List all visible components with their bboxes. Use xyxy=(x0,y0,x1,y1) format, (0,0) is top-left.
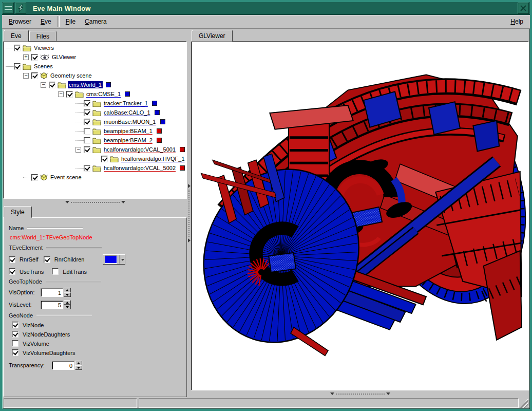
tree-item-label[interactable]: Scenes xyxy=(33,63,54,70)
vislevel-spinner[interactable] xyxy=(64,300,71,309)
tree-connector xyxy=(75,140,84,141)
tree-expander-minus[interactable]: − xyxy=(75,147,81,153)
menu-eve[interactable]: Eve xyxy=(36,16,56,27)
folder-icon xyxy=(110,156,119,162)
tree-expander-minus[interactable]: − xyxy=(23,73,29,79)
tree-item-beampipe-beam-2[interactable]: beampipe:BEAM_2 xyxy=(4,136,186,145)
tree-item-label[interactable]: cms:World_1 xyxy=(68,81,103,88)
tree-checkbox[interactable] xyxy=(49,82,55,88)
tree-expander-plus[interactable]: + xyxy=(23,54,29,60)
tree-checkbox[interactable] xyxy=(84,146,90,153)
tree-checkbox[interactable] xyxy=(66,91,73,98)
title-bar[interactable]: Eve Main Window xyxy=(2,2,530,15)
tree-item-label[interactable]: hcalforwardalgo:VCAL_5001 xyxy=(103,146,177,153)
tree-item-label[interactable]: Event scene xyxy=(49,174,83,181)
vertical-splitter[interactable] xyxy=(187,29,191,397)
scene-tree[interactable]: Viewers+GLViewerScenes−Geometry scene−cm… xyxy=(3,41,187,199)
glviewer-viewport[interactable] xyxy=(191,41,529,390)
menu-camera[interactable]: Camera xyxy=(80,16,111,27)
tab-style[interactable]: Style xyxy=(4,206,32,218)
transparency-input[interactable]: 0 xyxy=(52,361,74,370)
tree-checkbox[interactable] xyxy=(84,137,90,144)
tree-item-label[interactable]: hcalforwardalgo:HVQF_1 xyxy=(120,155,186,162)
tree-item-label[interactable]: GLViewer xyxy=(51,53,77,61)
tree-checkbox[interactable] xyxy=(31,174,38,181)
tree-checkbox[interactable] xyxy=(31,54,38,61)
menu-browser[interactable]: Browser xyxy=(4,16,36,27)
eye-icon xyxy=(40,54,49,60)
tree-checkbox[interactable] xyxy=(31,72,38,79)
vizvolumedaughters-checkbox[interactable] xyxy=(12,349,18,356)
vislevel-input[interactable]: 5 xyxy=(41,301,63,309)
spin-down-icon[interactable] xyxy=(64,292,71,297)
spin-up-icon[interactable] xyxy=(64,288,71,292)
tree-checkbox[interactable] xyxy=(84,100,90,107)
tree-item-hcalforwardalgo-vcal-5001[interactable]: −hcalforwardalgo:VCAL_5001 xyxy=(4,145,186,154)
tree-item-event-scene[interactable]: Event scene xyxy=(4,173,186,182)
tree-checkbox[interactable] xyxy=(84,165,90,172)
tree-item-cms-world-1[interactable]: −cms:World_1 xyxy=(4,80,186,89)
tree-item-label[interactable]: muonBase:MUON_1 xyxy=(103,118,157,125)
tree-item-scenes[interactable]: Scenes xyxy=(4,62,186,71)
tree-item-hcalforwardalgo-vcal-5002[interactable]: hcalforwardalgo:VCAL_5002 xyxy=(4,163,186,173)
vizvolume-checkbox[interactable] xyxy=(12,340,18,347)
tab-glviewer[interactable]: GLViewer xyxy=(192,30,233,42)
horizontal-splitter-right[interactable] xyxy=(191,390,529,397)
window-menu-button[interactable] xyxy=(3,3,14,14)
tree-item-label[interactable]: cms:CMSE_1 xyxy=(85,90,122,98)
tree-item-label[interactable]: hcalforwardalgo:VCAL_5002 xyxy=(103,164,177,172)
tree-expander-minus[interactable]: − xyxy=(58,91,64,97)
tree-checkbox[interactable] xyxy=(101,156,108,162)
tree-item-geometry-scene[interactable]: −Geometry scene xyxy=(4,71,186,80)
folder-icon xyxy=(75,91,84,98)
transparency-label: Transparency: xyxy=(9,362,52,368)
main-color-select[interactable] xyxy=(103,254,125,265)
tree-item-beampipe-beam-1[interactable]: beampipe:BEAM_1 xyxy=(4,126,186,136)
visoption-input[interactable]: 1 xyxy=(41,288,63,297)
tab-files[interactable]: Files xyxy=(29,31,56,41)
close-button[interactable] xyxy=(518,3,529,14)
tree-checkbox[interactable] xyxy=(84,119,90,125)
color-swatch xyxy=(180,165,185,171)
menu-file[interactable]: File xyxy=(61,16,80,27)
resize-grip[interactable] xyxy=(520,398,528,408)
spin-up-icon[interactable] xyxy=(75,361,82,365)
rnrself-checkbox[interactable] xyxy=(9,256,15,263)
tree-item-glviewer[interactable]: +GLViewer xyxy=(4,52,186,62)
status-bar xyxy=(2,397,530,409)
tree-item-label[interactable]: Geometry scene xyxy=(49,72,93,79)
tree-item-label[interactable]: caloBase:CALO_1 xyxy=(103,109,151,116)
tree-item-muonbase-muon-1[interactable]: muonBase:MUON_1 xyxy=(4,117,186,126)
tab-eve[interactable]: Eve xyxy=(4,30,29,42)
edittrans-checkbox[interactable] xyxy=(52,268,59,275)
tree-checkbox[interactable] xyxy=(14,45,21,51)
tree-item-calobase-calo-1[interactable]: caloBase:CALO_1 xyxy=(4,108,186,117)
tree-item-label[interactable]: tracker:Tracker_1 xyxy=(103,100,149,107)
tree-item-label[interactable]: beampipe:BEAM_2 xyxy=(103,137,154,144)
tree-item-hcalforwardalgo-hvqf-1[interactable]: hcalforwardalgo:HVQF_1 xyxy=(4,154,186,163)
rnrchildren-checkbox[interactable] xyxy=(44,256,50,263)
color-swatch xyxy=(180,147,185,152)
tree-item-cms-cmse-1[interactable]: −cms:CMSE_1 xyxy=(4,89,186,99)
tree-item-label[interactable]: beampipe:BEAM_1 xyxy=(103,127,154,135)
horizontal-splitter-left[interactable] xyxy=(3,199,187,206)
tree-expander-minus[interactable]: − xyxy=(41,82,46,88)
color-swatch xyxy=(125,91,130,97)
tree-item-tracker-tracker-1[interactable]: tracker:Tracker_1 xyxy=(4,99,186,108)
spin-up-icon[interactable] xyxy=(64,300,71,305)
splitter-arrow-icon xyxy=(386,393,390,397)
usetrans-checkbox[interactable] xyxy=(9,268,15,275)
spin-down-icon[interactable] xyxy=(64,305,71,309)
viznode-checkbox[interactable] xyxy=(12,322,18,328)
tree-checkbox[interactable] xyxy=(14,63,21,70)
visoption-spinner[interactable] xyxy=(64,288,71,297)
transparency-spinner[interactable] xyxy=(75,361,82,370)
tree-item-label[interactable]: Viewers xyxy=(33,44,55,51)
viznodedaughters-checkbox[interactable] xyxy=(12,331,18,338)
menu-help[interactable]: Help xyxy=(506,16,528,27)
tree-checkbox[interactable] xyxy=(84,128,90,135)
tree-item-viewers[interactable]: Viewers xyxy=(4,43,186,52)
app-icon-button[interactable] xyxy=(15,3,26,14)
spin-down-icon[interactable] xyxy=(75,365,82,370)
tree-checkbox[interactable] xyxy=(84,109,90,116)
